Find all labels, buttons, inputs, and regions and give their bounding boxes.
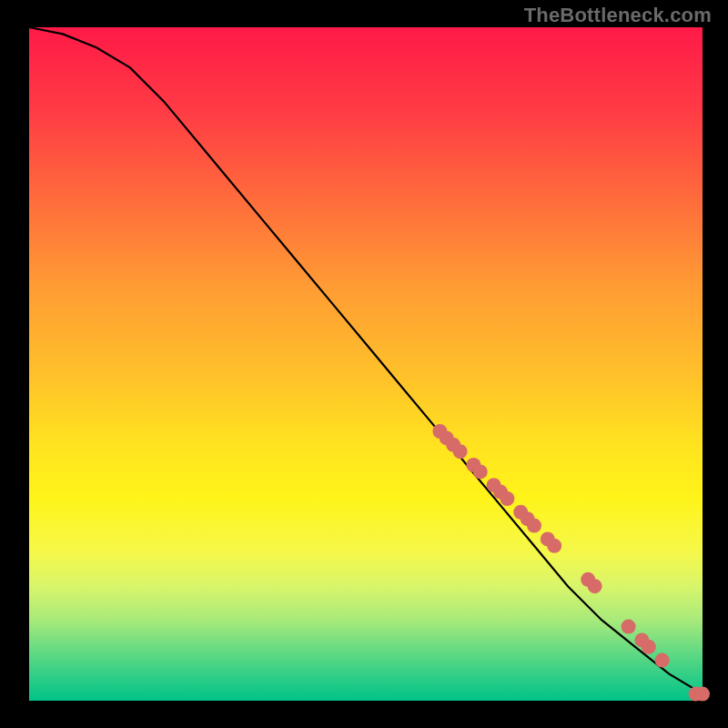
data-point (695, 687, 710, 702)
data-point (655, 653, 670, 668)
data-point (453, 444, 468, 459)
data-point (588, 579, 602, 593)
bottleneck-curve (29, 27, 703, 694)
watermark-text: TheBottleneck.com (524, 4, 712, 27)
data-point (473, 464, 488, 479)
data-point (527, 519, 541, 533)
data-point (500, 491, 514, 506)
chart-overlay (29, 27, 703, 701)
chart-stage: TheBottleneck.com (0, 0, 728, 728)
data-point-cluster (432, 424, 710, 702)
data-point (622, 620, 636, 634)
data-point (547, 539, 561, 553)
data-point (642, 640, 656, 654)
